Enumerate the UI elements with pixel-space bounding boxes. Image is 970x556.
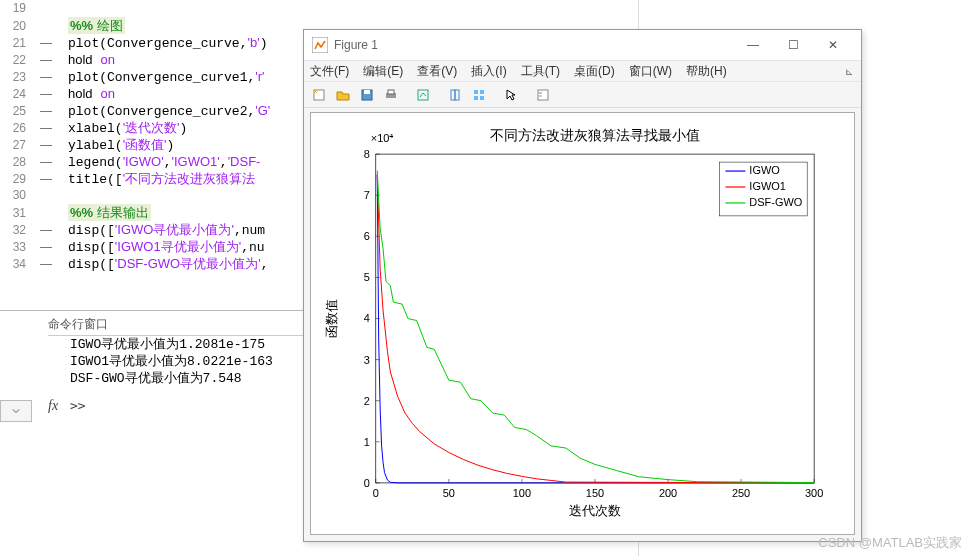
svg-text:200: 200: [659, 487, 677, 499]
svg-rect-3: [364, 90, 370, 94]
svg-text:×10⁴: ×10⁴: [371, 132, 395, 144]
svg-text:4: 4: [364, 313, 370, 325]
figure-title: Figure 1: [334, 38, 733, 52]
svg-text:5: 5: [364, 271, 370, 283]
figure-toolbar: [304, 82, 861, 108]
menu-item[interactable]: 查看(V): [415, 63, 459, 80]
open-icon[interactable]: [332, 84, 354, 106]
svg-text:0: 0: [373, 487, 379, 499]
menu-overflow-icon[interactable]: ⊾: [845, 66, 857, 77]
svg-rect-13: [538, 90, 548, 100]
svg-text:8: 8: [364, 148, 370, 160]
menu-item[interactable]: 文件(F): [308, 63, 351, 80]
svg-text:IGWO: IGWO: [749, 164, 779, 176]
svg-text:0: 0: [364, 477, 370, 489]
plot-canvas[interactable]: ×10⁴不同方法改进灰狼算法寻找最小值050100150200250300012…: [310, 112, 855, 535]
command-output: IGWO寻优最小值为1.2081e-175 IGWO1寻优最小值为8.0221e…: [70, 336, 273, 387]
svg-rect-12: [480, 96, 484, 100]
svg-text:DSF-GWO: DSF-GWO: [749, 196, 802, 208]
svg-text:迭代次数: 迭代次数: [569, 503, 621, 518]
svg-text:1: 1: [364, 436, 370, 448]
svg-rect-10: [480, 90, 484, 94]
svg-text:100: 100: [513, 487, 531, 499]
figure-menubar: 文件(F)编辑(E)查看(V)插入(I)工具(T)桌面(D)窗口(W)帮助(H)…: [304, 60, 861, 82]
menu-item[interactable]: 插入(I): [469, 63, 508, 80]
svg-text:3: 3: [364, 354, 370, 366]
fx-icon[interactable]: fx: [48, 398, 58, 414]
save-icon[interactable]: [356, 84, 378, 106]
svg-rect-6: [418, 90, 428, 100]
figure-titlebar[interactable]: Figure 1 — ☐ ✕: [304, 30, 861, 60]
print-icon[interactable]: [380, 84, 402, 106]
svg-rect-8: [455, 90, 459, 100]
menu-item[interactable]: 窗口(W): [627, 63, 674, 80]
matlab-icon: [312, 37, 328, 53]
svg-text:IGWO1: IGWO1: [749, 180, 785, 192]
menu-item[interactable]: 桌面(D): [572, 63, 617, 80]
minimize-button[interactable]: —: [733, 31, 773, 59]
insert-colorbar-icon[interactable]: [468, 84, 490, 106]
svg-rect-9: [474, 90, 478, 94]
figure-window: Figure 1 — ☐ ✕ 文件(F)编辑(E)查看(V)插入(I)工具(T)…: [303, 29, 862, 542]
svg-rect-5: [388, 90, 394, 94]
dropdown-toggle[interactable]: [0, 400, 32, 422]
svg-text:50: 50: [443, 487, 455, 499]
edit-plot-icon[interactable]: [412, 84, 434, 106]
link-icon[interactable]: [444, 84, 466, 106]
watermark: CSDN @MATLAB实践家: [818, 534, 962, 552]
svg-rect-7: [451, 90, 455, 100]
svg-text:250: 250: [732, 487, 750, 499]
maximize-button[interactable]: ☐: [773, 31, 813, 59]
menu-item[interactable]: 帮助(H): [684, 63, 729, 80]
pointer-icon[interactable]: [500, 84, 522, 106]
svg-text:函数值: 函数值: [324, 299, 339, 338]
command-prompt[interactable]: >>: [70, 398, 86, 413]
new-figure-icon[interactable]: [308, 84, 330, 106]
svg-text:2: 2: [364, 395, 370, 407]
menu-item[interactable]: 工具(T): [519, 63, 562, 80]
menu-item[interactable]: 编辑(E): [361, 63, 405, 80]
svg-text:6: 6: [364, 230, 370, 242]
insert-legend-icon[interactable]: [532, 84, 554, 106]
svg-text:300: 300: [805, 487, 823, 499]
close-button[interactable]: ✕: [813, 31, 853, 59]
svg-text:150: 150: [586, 487, 604, 499]
svg-rect-11: [474, 96, 478, 100]
svg-text:不同方法改进灰狼算法寻找最小值: 不同方法改进灰狼算法寻找最小值: [490, 127, 700, 143]
svg-text:7: 7: [364, 189, 370, 201]
